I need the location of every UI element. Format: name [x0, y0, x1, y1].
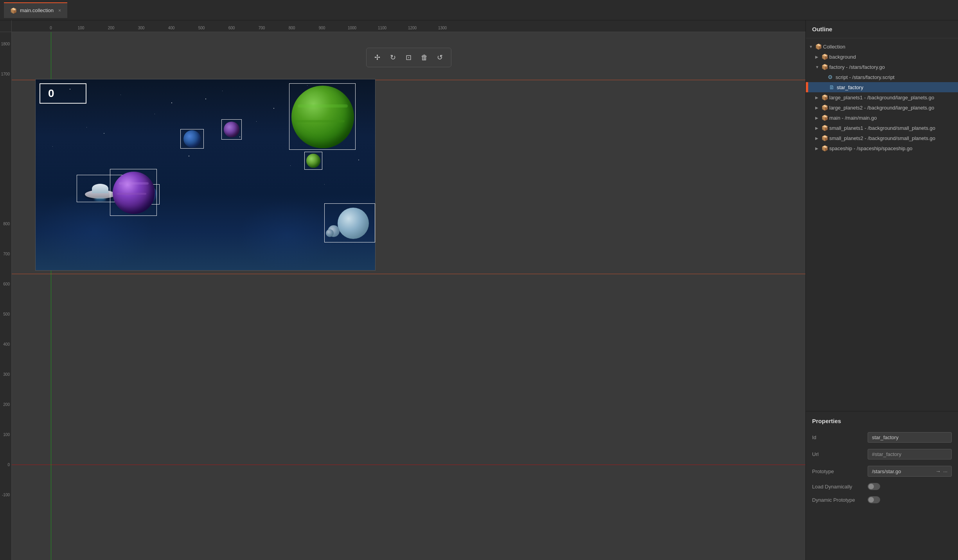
- star: [104, 133, 104, 134]
- ruler-h-1100: 1100: [378, 26, 386, 30]
- prop-label-dynamic-prototype: Dynamic Prototype: [812, 497, 863, 503]
- tab-bar: 📦 main.collection ×: [0, 0, 958, 20]
- small-planets2-icon: 📦: [821, 135, 829, 141]
- ruler-h-900: 900: [319, 26, 325, 30]
- outline-tree: ▼ 📦 Collection ▶ 📦 background ▼ 📦 factor…: [806, 38, 958, 156]
- bottom-boundary-line: [12, 274, 805, 274]
- star: [52, 146, 53, 147]
- game-canvas: 0: [35, 79, 376, 271]
- large-planets2-icon: 📦: [821, 104, 829, 111]
- star: [222, 91, 223, 91]
- planet-band1: [298, 104, 348, 108]
- star: [171, 102, 172, 103]
- canvas-area[interactable]: 0 100 200 300 400 500 600 700 800 900 10…: [0, 20, 805, 560]
- ruler-corner: [0, 20, 12, 32]
- tree-arrow: ▶: [815, 106, 821, 110]
- mini-planet-blue-box: [180, 129, 204, 149]
- tree-item-collection[interactable]: ▼ 📦 Collection: [806, 41, 958, 52]
- prop-value-url: [868, 449, 952, 459]
- ruler-h-800: 800: [289, 26, 295, 30]
- ruler-v-0: 0: [7, 463, 10, 467]
- star: [358, 160, 359, 160]
- prototype-link-button[interactable]: →: [935, 468, 941, 474]
- tree-arrow: ▶: [815, 136, 821, 140]
- small-green-planet: [306, 154, 320, 168]
- ruler-h-400: 400: [168, 26, 175, 30]
- prop-id-text: star_factory: [872, 434, 899, 440]
- ruler-v-400: 400: [3, 342, 10, 346]
- dynamic-prototype-toggle[interactable]: [868, 496, 880, 503]
- tree-arrow: ▼: [809, 45, 815, 49]
- prop-row-url: Url: [812, 449, 952, 459]
- tree-item-star-factory[interactable]: 🗎 star_factory: [806, 82, 958, 92]
- planet-band2: [295, 120, 345, 122]
- tree-item-small-planets1[interactable]: ▶ 📦 small_planets1 - /background/small_p…: [806, 123, 958, 133]
- ruler-v-500: 500: [3, 312, 10, 316]
- large-planets1-icon: 📦: [821, 94, 829, 101]
- prototype-dots-button[interactable]: ···: [943, 468, 947, 474]
- tree-item-large-planets1[interactable]: ▶ 📦 large_planets1 - /background/large_p…: [806, 92, 958, 102]
- ruler-h-100: 100: [78, 26, 84, 30]
- move-tool-button[interactable]: ✢: [370, 50, 385, 65]
- tree-arrow: ▶: [815, 95, 821, 100]
- ruler-h-0: 0: [50, 26, 52, 30]
- tree-arrow: ▼: [815, 65, 821, 69]
- ruler-h-600: 600: [228, 26, 235, 30]
- ruler-v-600: 600: [3, 282, 10, 286]
- tree-item-main[interactable]: ▶ 📦 main - /main/main.go: [806, 113, 958, 123]
- mini-planet-blue: [183, 130, 201, 147]
- nebula-right: [238, 200, 336, 270]
- large-purple-box: [110, 169, 157, 216]
- rotate-tool-button[interactable]: ↻: [386, 50, 400, 65]
- tree-item-factory[interactable]: ▼ 📦 factory - /stars/factory.go: [806, 62, 958, 72]
- prop-value-id: star_factory: [868, 432, 952, 443]
- space-background: 0: [36, 79, 375, 270]
- prototype-text: /stars/star.go: [872, 468, 933, 474]
- mini-planet-purple-box: [221, 119, 242, 140]
- star: [86, 127, 87, 127]
- ruler-h-300: 300: [138, 26, 145, 30]
- load-dynamically-toggle[interactable]: [868, 483, 880, 490]
- small-planets1-icon: 📦: [821, 125, 829, 131]
- tab-icon: 📦: [10, 7, 17, 14]
- horizontal-axis: [12, 465, 805, 465]
- tree-item-script[interactable]: ⚙ script - /stars/factory.script: [806, 72, 958, 82]
- tree-label-collection: Collection: [823, 44, 955, 50]
- script-icon: ⚙: [828, 74, 836, 80]
- tree-item-large-planets2[interactable]: ▶ 📦 large_planets2 - /background/large_p…: [806, 102, 958, 113]
- ruler-v-800: 800: [3, 222, 10, 226]
- properties-header: Properties: [812, 418, 952, 424]
- canvas-viewport[interactable]: ✢ ↻ ⊡ 🗑 ↺: [12, 32, 805, 560]
- toggle-knob: [868, 484, 874, 489]
- toolbar: ✢ ↻ ⊡ 🗑 ↺: [366, 48, 451, 67]
- outline-section: Outline ▼ 📦 Collection ▶ 📦 background ▼: [806, 20, 958, 411]
- ruler-v-n100: -100: [2, 493, 10, 497]
- tab-close-button[interactable]: ×: [58, 8, 61, 13]
- star: [205, 99, 206, 99]
- tree-label-script: script - /stars/factory.script: [836, 74, 955, 80]
- tree-arrow: ▶: [815, 126, 821, 130]
- url-input[interactable]: [872, 451, 947, 457]
- delete-tool-button[interactable]: 🗑: [417, 50, 431, 65]
- ship-glow: [94, 198, 106, 201]
- prop-row-prototype: Prototype /stars/star.go → ···: [812, 466, 952, 477]
- ice-planet-box: [324, 203, 375, 242]
- tree-label-background: background: [829, 54, 955, 60]
- tree-item-spaceship[interactable]: ▶ 📦 spaceship - /spaceship/spaceship.go: [806, 143, 958, 153]
- scale-tool-button[interactable]: ⊡: [402, 50, 416, 65]
- star-factory-icon: 🗎: [829, 84, 837, 90]
- reset-tool-button[interactable]: ↺: [433, 50, 447, 65]
- main-collection-tab[interactable]: 📦 main.collection ×: [4, 2, 67, 18]
- tree-label-large-planets1: large_planets1 - /background/large_plane…: [829, 95, 955, 101]
- purple-band1: [119, 182, 149, 185]
- main-layout: 0 100 200 300 400 500 600 700 800 900 10…: [0, 20, 958, 560]
- star: [273, 108, 274, 109]
- star: [290, 165, 291, 166]
- large-planet-box: [289, 83, 356, 150]
- tree-item-background[interactable]: ▶ 📦 background: [806, 52, 958, 62]
- star: [256, 121, 257, 122]
- ruler-top: 0 100 200 300 400 500 600 700 800 900 10…: [12, 20, 805, 32]
- ruler-left: 1800 1700 800 700 600 500 400 300 200 10…: [0, 32, 12, 560]
- tree-item-small-planets2[interactable]: ▶ 📦 small_planets2 - /background/small_p…: [806, 133, 958, 143]
- ship-dome: [92, 184, 108, 193]
